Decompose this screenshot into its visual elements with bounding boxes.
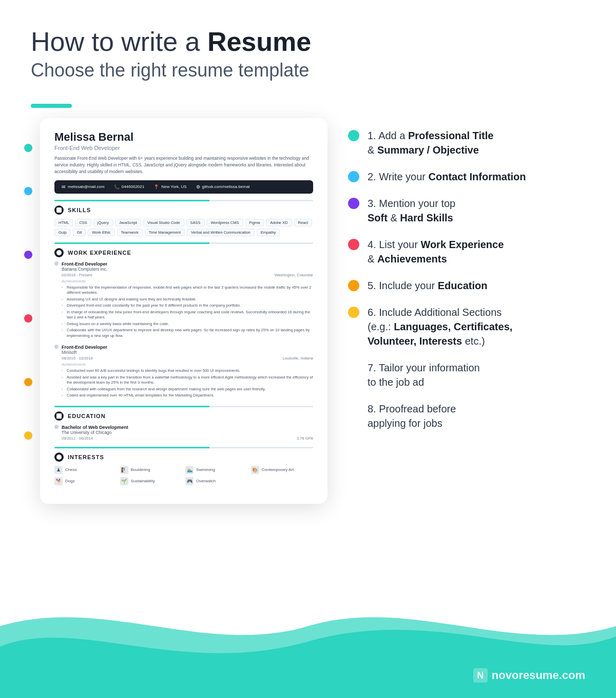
tip-6: 6. Include Additional Sections(e.g.: Lan…: [348, 305, 595, 348]
work-section-title: WORK EXPERIENCE: [54, 248, 313, 257]
skill-adobexd: Adobe XD: [266, 219, 292, 227]
work-title-2: Front-End Developer: [62, 345, 313, 350]
tip-dot-3: [348, 198, 359, 209]
tip-2: 2. Write your Contact Information: [348, 169, 595, 184]
tip-text-5: 5. Include your Education: [368, 278, 487, 293]
tip-text-3: 3. Mention your topSoft & Hard Skills: [368, 196, 455, 225]
work-bullet-2-1: Conducted over 60 A/B successful testing…: [62, 368, 313, 374]
nav-dot-1: [24, 144, 32, 152]
nav-dot-4: [24, 314, 32, 323]
work-entry-1: Front-End Developer Banana Computers Inc…: [54, 261, 313, 340]
bouldering-icon: 🧗: [120, 466, 128, 474]
tip-3: 3. Mention your topSoft & Hard Skills: [348, 196, 595, 225]
tip-text-6: 6. Include Additional Sections(e.g.: Lan…: [368, 305, 512, 348]
skill-wordpress: Wordpress CMS: [207, 219, 243, 227]
resume-summary: Passionate Front-End Web Developer with …: [54, 155, 313, 175]
work-bullet-2-2: Assisted and was a key part in the trans…: [62, 375, 313, 386]
edu-section-title: EDUCATION: [54, 411, 313, 421]
skill-empathy: Empathy: [257, 229, 280, 236]
nav-dots: [21, 118, 36, 444]
tip-dot-8: [348, 403, 359, 414]
interest-art: 🎨 Contemporary Art: [251, 466, 314, 474]
tip-text-2: 2. Write your Contact Information: [368, 169, 526, 184]
skill-css: CSS: [75, 219, 91, 227]
work-bullet-1-6: Collaborate with the UI/UX department to…: [62, 328, 313, 338]
edu-entry-1: Bachelor of Web Development The Universi…: [54, 425, 313, 441]
work-bullet-1-3: Developed front-end code constantly for …: [62, 303, 313, 309]
dogs-icon: 🐕: [54, 477, 63, 485]
work-bullet-1-5: Debug issues on a weekly basis while mai…: [62, 322, 313, 327]
page-title: How to write a Resume: [31, 26, 585, 58]
skill-teamwork: Teamwork: [117, 229, 143, 236]
page-header: How to write a Resume Choose the right r…: [0, 0, 616, 91]
page-subtitle: Choose the right resume template: [31, 60, 585, 81]
interest-overwatch: 🎮 Overwatch: [185, 477, 248, 485]
skill-html: HTML: [54, 219, 73, 227]
resume-job-title: Front-End Web Developer: [54, 145, 313, 151]
edu-degree-1: Bachelor of Web Development: [62, 425, 313, 430]
interest-sustainability: 🌱 Sustainability: [120, 477, 183, 485]
work-company-2: Minisoft: [62, 350, 313, 355]
skills-grid: HTML CSS jQuery JavaScript Visual Studio…: [54, 219, 313, 236]
tip-text-4: 4. List your Work Experience& Achievemen…: [368, 237, 504, 266]
work-bullet-2-4: Coded and implemented over 40 HTML email…: [62, 393, 313, 399]
work-bullet-1-4: In charge of onboarding the new junior f…: [62, 310, 313, 320]
title-bold: Resume: [207, 27, 311, 56]
contact-location: 📍 New York, US: [153, 184, 186, 190]
tip-dot-7: [348, 362, 359, 373]
nav-dot-3: [24, 251, 32, 259]
nav-dot-5: [24, 378, 32, 386]
work-dot-1: [54, 261, 59, 266]
brand-label: N novoresume.com: [473, 668, 585, 683]
skill-git: Git: [73, 229, 86, 236]
tip-7: 7. Tailor your informationto the job ad: [348, 361, 595, 389]
edu-icon: [54, 411, 64, 421]
skill-react: React: [294, 219, 313, 227]
work-entry-2: Front-End Developer Minisoft 08/2016 - 0…: [54, 345, 313, 400]
art-icon: 🎨: [251, 466, 259, 474]
work-bullet-1-2: Assessing UX and UI designs and making s…: [62, 297, 313, 303]
tip-text-7: 7. Tailor your informationto the job ad: [368, 361, 480, 389]
tip-1: 1. Add a Professional Title& Summary / O…: [348, 128, 595, 157]
tip-4: 4. List your Work Experience& Achievemen…: [348, 237, 595, 266]
nav-dot-2: [24, 187, 32, 195]
interest-dogs: 🐕 Dogs: [54, 477, 117, 485]
edu-meta-1: 09/2011 - 06/2014 3.78 GPA: [62, 436, 313, 441]
work-bullet-1-1: Responsible for the implementation of re…: [62, 285, 313, 296]
work-achievements-label-1: Achievements: [62, 279, 313, 284]
skill-timemanage: Time Management: [145, 229, 185, 236]
skills-section-title: SKILLS: [54, 205, 313, 215]
tip-dot-4: [348, 239, 359, 250]
brand-logo: N: [473, 668, 488, 683]
contact-phone: 📞 0446002021: [114, 184, 145, 190]
skill-gulp: Gulp: [54, 229, 71, 236]
sustainability-icon: 🌱: [120, 477, 128, 485]
contact-bar: ✉ melissab@mail.com 📞 0446002021 📍 New Y…: [54, 180, 313, 194]
interest-bouldering: 🧗 Bouldering: [120, 466, 183, 474]
tip-text-1: 1. Add a Professional Title& Summary / O…: [368, 128, 493, 157]
work-achievements-label-2: Achievements: [62, 362, 313, 367]
skill-sass: SASS: [186, 219, 205, 227]
work-separator: [54, 242, 313, 244]
work-title-1: Front-End Developer: [62, 261, 313, 267]
tip-dot-6: [348, 307, 359, 318]
swimming-icon: 🏊: [185, 466, 194, 474]
interests-separator: [54, 447, 313, 448]
work-icon: [54, 248, 64, 257]
tip-8: 8. Proofread beforeapplying for jobs: [348, 402, 595, 430]
resume-card: Melissa Bernal Front-End Web Developer P…: [40, 118, 328, 503]
tips-panel: 1. Add a Professional Title& Summary / O…: [348, 118, 595, 443]
skill-workethic: Work Ethic: [88, 229, 114, 236]
edu-separator: [54, 406, 313, 407]
chess-icon: ♟: [54, 466, 63, 474]
tip-dot-5: [348, 280, 359, 291]
work-meta-1: 02/2018 - Present Washington, Columbie: [62, 273, 313, 277]
work-meta-2: 08/2016 - 02/2018 Louisville, Indiana: [62, 356, 313, 361]
tip-dot-2: [348, 171, 359, 182]
skills-separator: [54, 200, 313, 201]
skill-jquery: jQuery: [93, 219, 113, 227]
edu-dot-1: [54, 425, 59, 429]
skill-vscode: Visual Studio Code: [143, 219, 184, 227]
interest-swimming: 🏊 Swimming: [185, 466, 248, 474]
tip-5: 5. Include your Education: [348, 278, 595, 293]
